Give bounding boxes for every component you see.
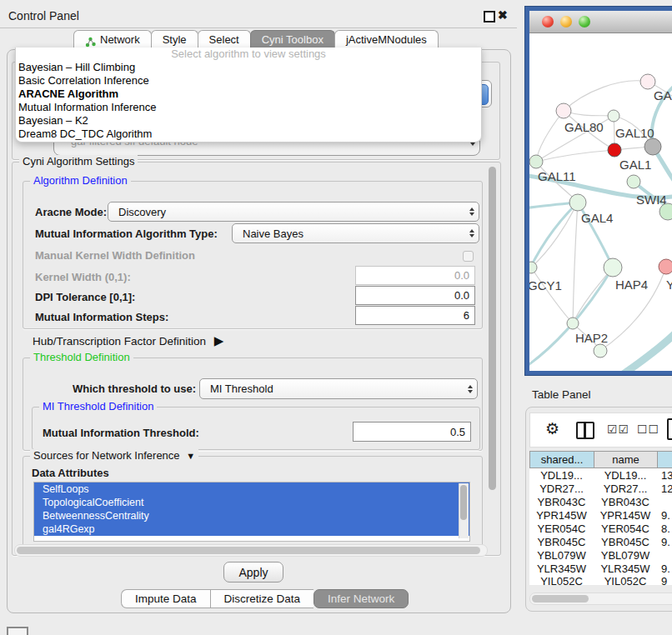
table-row[interactable]: YBR043C YBR043C bbox=[529, 495, 672, 508]
table-row[interactable]: YDR27... YDR27... 12 bbox=[529, 482, 672, 495]
cell-name: YIL052C bbox=[594, 575, 657, 585]
attribute-item[interactable]: gal4RGexp bbox=[34, 522, 469, 536]
minimize-traffic-light-icon[interactable] bbox=[560, 16, 572, 28]
node-gal1-selected[interactable] bbox=[608, 143, 621, 157]
table-horizontal-scrollbar[interactable] bbox=[529, 592, 672, 605]
tab-cyni-toolbox[interactable]: Cyni Toolbox bbox=[250, 30, 335, 49]
cell-shared: YDR27... bbox=[529, 482, 594, 495]
checked-checkboxes-icon[interactable]: ☑☑ bbox=[607, 422, 629, 436]
node-hap4[interactable] bbox=[604, 258, 622, 277]
tab-infer-network[interactable]: Infer Network bbox=[313, 589, 409, 608]
cell-value: 9. bbox=[657, 508, 672, 522]
zoom-traffic-light-icon[interactable] bbox=[579, 16, 590, 28]
stepper-icon bbox=[468, 385, 473, 393]
gear-icon[interactable]: ⚙ bbox=[545, 419, 559, 438]
dropdown-item[interactable]: Mutual Information Inference bbox=[16, 101, 481, 114]
node-swi4[interactable] bbox=[627, 175, 640, 188]
tab-style[interactable]: Style bbox=[151, 30, 198, 49]
dropdown-item[interactable]: Bayesian – Hill Climbing bbox=[16, 61, 481, 74]
settings-vertical-scrollbar[interactable] bbox=[489, 167, 496, 490]
mi-threshold-field[interactable]: 0.5 bbox=[353, 422, 471, 442]
tab-label: Select bbox=[209, 31, 239, 49]
table-row[interactable]: YDL19... YDL19... 13 bbox=[529, 468, 672, 482]
mi-steps-label: Mutual Information Steps: bbox=[35, 311, 168, 323]
mi-steps-field[interactable]: 6 bbox=[355, 306, 475, 325]
dropdown-item[interactable]: Bayesian – K2 bbox=[16, 114, 481, 128]
settings-horizontal-scrollbar[interactable] bbox=[14, 544, 488, 557]
node-salmon[interactable] bbox=[659, 259, 672, 274]
column-header-clipped[interactable] bbox=[657, 451, 672, 468]
node-gal10[interactable] bbox=[608, 110, 619, 122]
tab-select[interactable]: Select bbox=[198, 30, 251, 49]
node-gal-top[interactable] bbox=[640, 74, 655, 89]
node-gal80[interactable] bbox=[556, 103, 571, 118]
node-hap2[interactable] bbox=[567, 318, 579, 329]
tab-label: Style bbox=[163, 31, 187, 49]
manual-kernel-checkbox[interactable] bbox=[463, 251, 474, 262]
close-icon[interactable]: ✖ bbox=[498, 8, 508, 22]
dropdown-item-selected[interactable]: ARACNE Algorithm bbox=[16, 88, 481, 101]
node-gal11[interactable] bbox=[529, 155, 543, 168]
mi-type-combo[interactable]: Naive Bayes bbox=[232, 223, 479, 243]
list-scrollbar[interactable] bbox=[459, 483, 469, 538]
edge bbox=[564, 81, 648, 111]
attribute-item[interactable]: BetweennessCentrality bbox=[34, 509, 469, 522]
attribute-item[interactable]: SelfLoops bbox=[34, 482, 469, 496]
close-traffic-light-icon[interactable] bbox=[542, 16, 554, 28]
dropdown-item[interactable]: Dream8 DC_TDC Algorithm bbox=[16, 128, 481, 141]
node-gcy1[interactable] bbox=[529, 262, 537, 273]
hub-definition-toggle[interactable]: Hub/Transcription Factor Definition ▶ bbox=[33, 333, 223, 348]
node-label: HAP4 bbox=[615, 278, 648, 292]
cell-value bbox=[657, 548, 672, 562]
node-table: shared... name YDL19... YDL19... 13 YDR2… bbox=[529, 451, 672, 585]
unchecked-checkboxes-icon[interactable]: ☐☐ bbox=[637, 422, 659, 436]
cell-shared: YER054C bbox=[529, 522, 594, 535]
edge bbox=[531, 268, 573, 323]
node-gal4[interactable] bbox=[569, 194, 586, 211]
tab-network[interactable]: Network bbox=[73, 30, 152, 49]
kernel-width-field[interactable]: 0.0 bbox=[355, 266, 475, 285]
node-bottom[interactable] bbox=[594, 344, 607, 358]
node-gray[interactable] bbox=[644, 138, 661, 155]
float-window-icon[interactable] bbox=[484, 11, 495, 22]
table-row[interactable]: YPR145W YPR145W 9. bbox=[529, 508, 672, 522]
table-toolbar: ⚙ ☑☑ ☐☐ bbox=[529, 412, 672, 448]
column-header-shared-name[interactable]: shared... bbox=[529, 451, 594, 468]
tab-label: Network bbox=[100, 31, 140, 49]
tab-impute-data[interactable]: Impute Data bbox=[121, 589, 210, 608]
network-canvas[interactable]: GAL GAL80 GAL10 GAL1 GAL11 SWI4 GAL4 GCY… bbox=[529, 32, 672, 371]
column-view-icon[interactable] bbox=[576, 422, 594, 439]
sources-group-title[interactable]: Sources for Network Inference ▼ bbox=[30, 449, 198, 462]
table-row[interactable]: YLR345W YLR345W 9. bbox=[529, 562, 672, 575]
dpi-tolerance-field[interactable]: 0.0 bbox=[355, 286, 475, 305]
column-header-name[interactable]: name bbox=[594, 451, 657, 468]
attribute-item[interactable]: TopologicalCoefficient bbox=[34, 496, 469, 509]
aracne-mode-combo[interactable]: Discovery bbox=[108, 202, 479, 222]
tab-discretize-data[interactable]: Discretize Data bbox=[210, 589, 314, 608]
cell-value: 9. bbox=[657, 562, 672, 575]
which-threshold-value: MI Threshold bbox=[210, 382, 273, 395]
table-row[interactable]: YBR045C YBR045C 9. bbox=[529, 535, 672, 548]
table-row-clipped[interactable]: YIL052C YIL052C 9 bbox=[529, 575, 672, 585]
tab-label: Discretize Data bbox=[224, 592, 301, 605]
table-row[interactable]: YER054C YER054C 8. bbox=[529, 522, 672, 535]
collapsed-panel-stub[interactable] bbox=[7, 627, 28, 635]
new-document-icon[interactable] bbox=[667, 418, 672, 440]
dropdown-item[interactable]: Basic Correlation Inference bbox=[16, 74, 481, 88]
tab-jactivemnodules[interactable]: jActiveMNodules bbox=[334, 30, 439, 49]
cell-shared: YBL079W bbox=[529, 548, 594, 562]
panel-title: Control Panel bbox=[8, 9, 79, 22]
kernel-width-label: Kernel Width (0,1): bbox=[35, 271, 131, 283]
cell-value: 9 bbox=[657, 575, 672, 585]
table-row[interactable]: YBL079W YBL079W bbox=[529, 548, 672, 562]
which-threshold-combo[interactable]: MI Threshold bbox=[199, 378, 478, 399]
data-attributes-list[interactable]: SelfLoops TopologicalCoefficient Between… bbox=[33, 482, 470, 542]
mi-type-value: Naive Bayes bbox=[243, 228, 303, 240]
cell-name: YER054C bbox=[594, 522, 657, 535]
manual-kernel-label: Manual Kernel Width Definition bbox=[35, 249, 195, 262]
cyni-algorithm-settings-group: Cyni Algorithm Settings Algorithm Defini… bbox=[12, 162, 501, 556]
network-view-window[interactable]: GAL GAL80 GAL10 GAL1 GAL11 SWI4 GAL4 GCY… bbox=[525, 7, 672, 375]
expand-arrow-icon: ▶ bbox=[214, 333, 224, 348]
apply-button[interactable]: Apply bbox=[223, 562, 283, 582]
cell-name: YDR27... bbox=[594, 482, 657, 495]
